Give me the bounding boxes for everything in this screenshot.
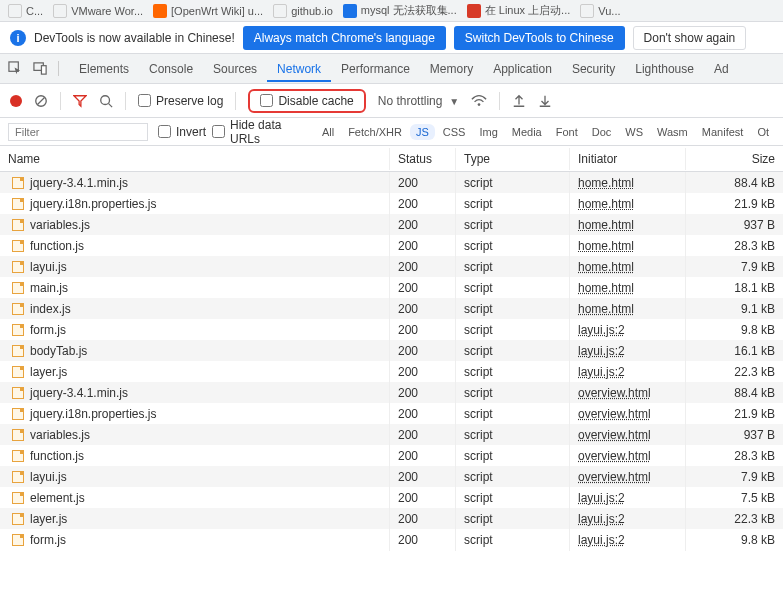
table-row[interactable]: layui.js 200 script overview.html 7.9 kB (0, 466, 783, 487)
bookmark-item[interactable]: Vu... (580, 4, 620, 18)
search-icon[interactable] (99, 94, 113, 108)
record-button[interactable] (10, 95, 22, 107)
filter-pill-img[interactable]: Img (473, 124, 503, 140)
tab-network[interactable]: Network (267, 56, 331, 82)
filter-pill-font[interactable]: Font (550, 124, 584, 140)
filter-pill-fetchxhr[interactable]: Fetch/XHR (342, 124, 408, 140)
table-row[interactable]: layer.js 200 script layui.js:2 22.3 kB (0, 361, 783, 382)
tab-elements[interactable]: Elements (69, 56, 139, 82)
bookmark-item[interactable]: [OpenWrt Wiki] u... (153, 4, 263, 18)
hide-data-urls-checkbox[interactable]: Hide data URLs (212, 118, 310, 146)
initiator-link[interactable]: home.html (578, 197, 634, 211)
filter-pill-manifest[interactable]: Manifest (696, 124, 750, 140)
filter-pill-doc[interactable]: Doc (586, 124, 618, 140)
throttling-dropdown[interactable]: No throttling ▼ (378, 94, 459, 108)
file-name: main.js (30, 281, 68, 295)
initiator-link[interactable]: home.html (578, 239, 634, 253)
table-row[interactable]: function.js 200 script overview.html 28.… (0, 445, 783, 466)
table-row[interactable]: jquery-3.4.1.min.js 200 script home.html… (0, 172, 783, 193)
initiator-link[interactable]: layui.js:2 (578, 533, 625, 547)
table-row[interactable]: layui.js 200 script home.html 7.9 kB (0, 256, 783, 277)
dont-show-again-button[interactable]: Don't show again (633, 26, 747, 50)
initiator-link[interactable]: overview.html (578, 428, 651, 442)
svg-rect-2 (41, 66, 46, 74)
filter-pill-js[interactable]: JS (410, 124, 435, 140)
initiator-link[interactable]: layui.js:2 (578, 323, 625, 337)
switch-devtools-language-button[interactable]: Switch DevTools to Chinese (454, 26, 625, 50)
info-message: DevTools is now available in Chinese! (34, 31, 235, 45)
filter-pill-media[interactable]: Media (506, 124, 548, 140)
initiator-link[interactable]: layui.js:2 (578, 365, 625, 379)
table-row[interactable]: variables.js 200 script home.html 937 B (0, 214, 783, 235)
tab-lighthouse[interactable]: Lighthouse (625, 56, 704, 82)
file-name: element.js (30, 491, 85, 505)
file-name: layui.js (30, 260, 67, 274)
tab-console[interactable]: Console (139, 56, 203, 82)
bookmark-item[interactable]: mysql 无法获取集... (343, 3, 457, 18)
tab-security[interactable]: Security (562, 56, 625, 82)
table-row[interactable]: main.js 200 script home.html 18.1 kB (0, 277, 783, 298)
table-row[interactable]: form.js 200 script layui.js:2 9.8 kB (0, 319, 783, 340)
filter-pill-ot[interactable]: Ot (751, 124, 775, 140)
table-row[interactable]: layer.js 200 script layui.js:2 22.3 kB (0, 508, 783, 529)
initiator-link[interactable]: home.html (578, 218, 634, 232)
tab-performance[interactable]: Performance (331, 56, 420, 82)
initiator-link[interactable]: home.html (578, 281, 634, 295)
initiator-link[interactable]: home.html (578, 176, 634, 190)
filter-pill-ws[interactable]: WS (619, 124, 649, 140)
header-name[interactable]: Name (0, 148, 390, 170)
clear-button[interactable] (34, 94, 48, 108)
initiator-link[interactable]: overview.html (578, 407, 651, 421)
initiator-link[interactable]: layui.js:2 (578, 491, 625, 505)
initiator-link[interactable]: overview.html (578, 470, 651, 484)
initiator-link[interactable]: overview.html (578, 386, 651, 400)
download-har-icon[interactable] (538, 94, 552, 108)
table-row[interactable]: jquery.i18n.properties.js 200 script hom… (0, 193, 783, 214)
bookmark-item[interactable]: VMware Wor... (53, 4, 143, 18)
bookmark-item[interactable]: github.io (273, 4, 333, 18)
always-match-language-button[interactable]: Always match Chrome's language (243, 26, 446, 50)
tab-sources[interactable]: Sources (203, 56, 267, 82)
info-icon: i (10, 30, 26, 46)
status-cell: 200 (390, 214, 456, 236)
tab-memory[interactable]: Memory (420, 56, 483, 82)
table-row[interactable]: function.js 200 script home.html 28.3 kB (0, 235, 783, 256)
initiator-link[interactable]: overview.html (578, 449, 651, 463)
initiator-link[interactable]: layui.js:2 (578, 344, 625, 358)
header-status[interactable]: Status (390, 148, 456, 170)
table-row[interactable]: element.js 200 script layui.js:2 7.5 kB (0, 487, 783, 508)
table-row[interactable]: bodyTab.js 200 script layui.js:2 16.1 kB (0, 340, 783, 361)
table-row[interactable]: jquery.i18n.properties.js 200 script ove… (0, 403, 783, 424)
table-row[interactable]: form.js 200 script layui.js:2 9.8 kB (0, 529, 783, 550)
preserve-log-checkbox[interactable]: Preserve log (138, 94, 223, 108)
size-cell: 88.4 kB (686, 172, 783, 194)
type-cell: script (456, 277, 570, 299)
initiator-link[interactable]: home.html (578, 260, 634, 274)
header-initiator[interactable]: Initiator (570, 148, 686, 170)
header-type[interactable]: Type (456, 148, 570, 170)
filter-pill-all[interactable]: All (316, 124, 340, 140)
filter-input[interactable] (8, 123, 148, 141)
upload-har-icon[interactable] (512, 94, 526, 108)
header-size[interactable]: Size (686, 148, 783, 170)
filter-pill-css[interactable]: CSS (437, 124, 472, 140)
network-conditions-icon[interactable] (471, 94, 487, 108)
filter-pill-wasm[interactable]: Wasm (651, 124, 694, 140)
initiator-link[interactable]: home.html (578, 302, 634, 316)
tab-ad[interactable]: Ad (704, 56, 739, 82)
table-row[interactable]: index.js 200 script home.html 9.1 kB (0, 298, 783, 319)
tab-application[interactable]: Application (483, 56, 562, 82)
initiator-link[interactable]: layui.js:2 (578, 512, 625, 526)
table-row[interactable]: jquery-3.4.1.min.js 200 script overview.… (0, 382, 783, 403)
device-toolbar-icon[interactable] (33, 61, 48, 76)
size-cell: 18.1 kB (686, 277, 783, 299)
invert-checkbox[interactable]: Invert (158, 125, 206, 139)
bookmark-item[interactable]: 在 Linux 上启动... (467, 3, 571, 18)
type-cell: script (456, 193, 570, 215)
bookmark-item[interactable]: C... (8, 4, 43, 18)
disable-cache-checkbox[interactable]: Disable cache (260, 94, 353, 108)
filter-icon[interactable] (73, 94, 87, 108)
inspect-element-icon[interactable] (8, 61, 23, 76)
file-name: layer.js (30, 365, 67, 379)
table-row[interactable]: variables.js 200 script overview.html 93… (0, 424, 783, 445)
